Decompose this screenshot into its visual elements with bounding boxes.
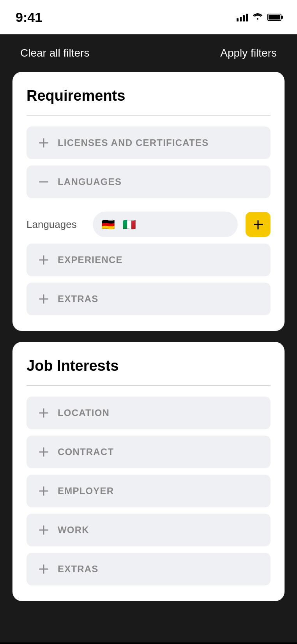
requirements-title: Requirements — [27, 87, 270, 104]
status-icons — [237, 12, 281, 22]
accordion-contract[interactable]: CONTRACT — [27, 436, 270, 468]
extras-req-label: EXTRAS — [58, 294, 99, 304]
contract-expand-icon — [38, 447, 49, 457]
employer-expand-icon — [38, 486, 49, 496]
status-time: 9:41 — [16, 10, 42, 25]
flag-italian: 🇮🇹 — [121, 216, 137, 233]
licenses-expand-icon — [38, 137, 49, 148]
main-content: Requirements LICENSES AND CERTIFICATES L… — [0, 72, 297, 642]
experience-label: EXPERIENCE — [58, 254, 123, 265]
accordion-employer[interactable]: EMPLOYER — [27, 475, 270, 507]
accordion-experience[interactable]: EXPERIENCE — [27, 244, 270, 276]
extras-req-expand-icon — [38, 294, 49, 304]
accordion-extras-req[interactable]: EXTRAS — [27, 283, 270, 315]
accordion-location[interactable]: LOCATION — [27, 397, 270, 429]
header-bar: Clear all filters Apply filters — [0, 34, 297, 72]
job-interests-title: Job Interests — [27, 358, 270, 374]
experience-expand-icon — [38, 254, 49, 265]
languages-label: LANGUAGES — [58, 176, 122, 187]
clear-filters-button[interactable]: Clear all filters — [20, 47, 89, 59]
accordion-extras-job[interactable]: EXTRAS — [27, 553, 270, 585]
wifi-icon — [253, 12, 263, 22]
job-interests-divider — [27, 385, 270, 386]
accordion-licenses[interactable]: LICENSES AND CERTIFICATES — [27, 126, 270, 159]
extras-job-expand-icon — [38, 564, 49, 575]
signal-icon — [237, 13, 248, 21]
requirements-card: Requirements LICENSES AND CERTIFICATES L… — [12, 72, 285, 331]
location-label: LOCATION — [58, 407, 110, 418]
requirements-divider — [27, 115, 270, 116]
languages-field-label: Languages — [27, 219, 85, 231]
work-expand-icon — [38, 525, 49, 535]
languages-expand-icon — [38, 176, 49, 187]
lang-row: Languages 🇩🇪 🇮🇹 — [27, 212, 270, 237]
licenses-label: LICENSES AND CERTIFICATES — [58, 137, 209, 148]
accordion-work[interactable]: WORK — [27, 514, 270, 546]
work-label: WORK — [58, 525, 89, 535]
contract-label: CONTRACT — [58, 447, 114, 457]
location-expand-icon — [38, 407, 49, 418]
languages-expanded-section: Languages 🇩🇪 🇮🇹 — [27, 205, 270, 244]
job-interests-card: Job Interests LOCATION CONTRACT EMPLOYER — [12, 342, 285, 601]
employer-label: EMPLOYER — [58, 486, 114, 496]
add-language-icon — [254, 220, 262, 229]
battery-icon — [267, 14, 281, 21]
flag-german: 🇩🇪 — [100, 216, 116, 233]
accordion-languages[interactable]: LANGUAGES — [27, 165, 270, 198]
extras-job-label: EXTRAS — [58, 564, 99, 575]
add-language-button[interactable] — [246, 212, 270, 237]
languages-flags-container[interactable]: 🇩🇪 🇮🇹 — [93, 212, 238, 237]
status-bar: 9:41 — [0, 0, 297, 34]
apply-filters-button[interactable]: Apply filters — [220, 47, 277, 59]
